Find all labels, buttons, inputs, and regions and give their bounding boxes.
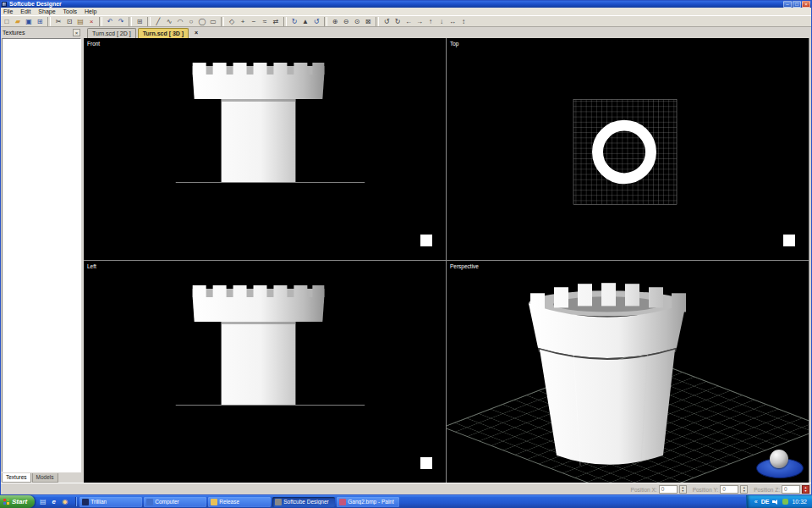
texture-list[interactable] <box>2 38 81 472</box>
tray-app-icon[interactable] <box>782 499 788 505</box>
extrude-button[interactable]: ▲ <box>300 17 310 26</box>
taskbar-button-release[interactable]: Release <box>208 497 271 507</box>
panel-close-icon[interactable]: × <box>73 29 80 36</box>
draw-circle-button[interactable]: ○ <box>186 17 196 26</box>
smooth-curve-button[interactable]: ≈ <box>260 17 270 26</box>
viewport-left-handle[interactable] <box>420 457 432 469</box>
zoom-out-button[interactable]: ⊖ <box>341 17 351 26</box>
textures-panel-header: Textures × <box>0 27 83 38</box>
quicklaunch-show-desktop[interactable]: ▤ <box>38 497 47 506</box>
language-indicator[interactable]: DE <box>761 499 770 505</box>
position-z-input[interactable]: 0 <box>782 485 800 494</box>
redo-button[interactable]: ↷ <box>116 17 126 26</box>
viewport-front[interactable]: Front <box>84 38 446 260</box>
quicklaunch-internet-explorer[interactable]: e <box>49 497 58 506</box>
start-button[interactable]: Start <box>0 495 35 508</box>
delete-button[interactable]: × <box>86 17 96 26</box>
toolbar-separator <box>47 17 51 26</box>
tab-close-icon[interactable]: × <box>192 29 200 37</box>
undo-button[interactable]: ↶ <box>105 17 115 26</box>
position-x-spinner[interactable]: ▴▾ <box>679 485 687 494</box>
save-all-button[interactable]: ⊞ <box>35 17 45 26</box>
tab-turn-2d[interactable]: Turn.scd [ 2D ] <box>87 28 136 38</box>
taskbar-button-trillian[interactable]: Trillian <box>80 497 142 507</box>
close-button[interactable]: × <box>802 1 810 8</box>
taskbar-button-paint[interactable]: Gang2.bmp - Paint <box>337 497 399 507</box>
twist-button[interactable]: ↺ <box>311 17 321 26</box>
app-icon <box>2 2 7 7</box>
flip-horizontal-button[interactable]: ↔ <box>447 17 458 26</box>
tab-models[interactable]: Models <box>32 473 58 483</box>
viewport-top-label: Top <box>450 41 458 47</box>
viewport-perspective-label: Perspective <box>450 263 479 269</box>
position-y-input[interactable]: 0 <box>720 485 738 494</box>
zoom-region-button[interactable]: ⊠ <box>363 17 373 26</box>
move-right-button[interactable]: → <box>414 17 425 26</box>
draw-polyline-button[interactable]: ∿ <box>164 17 174 26</box>
move-left-button[interactable]: ← <box>403 17 414 26</box>
paste-button[interactable]: ▤ <box>75 17 85 26</box>
position-x-input[interactable]: 0 <box>659 485 678 494</box>
copy-button[interactable]: ⊡ <box>64 17 74 26</box>
viewport-top-handle[interactable] <box>783 235 795 246</box>
minimize-button[interactable]: – <box>783 1 792 8</box>
viewport-left[interactable]: Left <box>84 261 446 483</box>
draw-rectangle-button[interactable]: ▭ <box>208 17 218 26</box>
flip-vertical-button[interactable]: ↕ <box>458 17 469 26</box>
menu-tools[interactable]: Tools <box>63 8 77 16</box>
draw-arc-button[interactable]: ◠ <box>175 17 185 26</box>
zoom-in-button[interactable]: ⊕ <box>330 17 340 26</box>
move-down-button[interactable]: ↓ <box>436 17 447 26</box>
window-title: Softcube Designer <box>9 0 781 8</box>
left-view-render <box>84 261 446 483</box>
position-z-spinner[interactable]: ▴▾ <box>802 485 809 494</box>
start-button-label: Start <box>12 498 27 505</box>
taskbar-button-label: Softcube Designer <box>283 499 328 505</box>
toolbar-separator <box>147 17 151 26</box>
menu-edit[interactable]: Edit <box>20 8 30 16</box>
grid-toggle-button[interactable]: ⊞ <box>134 17 145 26</box>
tab-turn-3d[interactable]: Turn.scd [ 3D ] <box>138 28 189 38</box>
open-file-button[interactable]: ▰ <box>13 17 23 26</box>
maximize-button[interactable]: □ <box>793 1 801 8</box>
toolbar-separator <box>376 17 379 26</box>
cut-button[interactable]: ✂ <box>53 17 63 26</box>
orientation-widget[interactable] <box>756 450 804 478</box>
softcube-designer-window: Softcube Designer – □ × File Edit Shape … <box>0 0 812 508</box>
zoom-fit-button[interactable]: ⊙ <box>352 17 362 26</box>
edit-points-button[interactable]: ◇ <box>227 17 237 26</box>
menu-file[interactable]: File <box>3 8 13 16</box>
toolbar-separator <box>99 17 102 26</box>
viewport-perspective[interactable]: Perspective <box>447 261 809 483</box>
mirror-button[interactable]: ⇄ <box>271 17 281 26</box>
volume-icon[interactable] <box>772 499 779 505</box>
move-up-button[interactable]: ↑ <box>425 17 436 26</box>
menu-help[interactable]: Help <box>85 8 96 16</box>
draw-ellipse-button[interactable]: ◯ <box>197 17 207 26</box>
taskbar-button-label: Computer <box>155 499 179 505</box>
viewport-top[interactable]: Top <box>447 38 809 260</box>
save-button[interactable]: ▣ <box>24 17 34 26</box>
remove-point-button[interactable]: − <box>249 17 259 26</box>
quicklaunch-media-player[interactable]: ◉ <box>60 497 69 506</box>
viewport-front-handle[interactable] <box>420 235 432 246</box>
toolbar: □ ▰ ▣ ⊞ ✂ ⊡ ▤ × ↶ ↷ ⊞ ╱ <box>0 16 812 27</box>
revolve-button[interactable]: ↻ <box>289 17 299 26</box>
taskbar-button-computer[interactable]: Computer <box>144 497 206 507</box>
position-z-field: Position Z: 0 ▴▾ <box>754 485 809 494</box>
add-point-button[interactable]: + <box>238 17 248 26</box>
orientation-ball-icon <box>770 450 788 468</box>
menu-bar: File Edit Shape Tools Help <box>0 8 812 16</box>
tab-textures[interactable]: Textures <box>2 473 31 483</box>
new-file-button[interactable]: □ <box>2 17 12 26</box>
menu-shape[interactable]: Shape <box>38 8 55 16</box>
taskbar-button-softcube-designer[interactable]: Softcube Designer <box>272 497 335 507</box>
tray-chevron-icon[interactable]: « <box>754 495 758 508</box>
toolbar-separator <box>129 17 132 26</box>
top-view-render <box>447 38 809 260</box>
taskbar-button-label: Release <box>219 499 239 505</box>
rotate-left-button[interactable]: ↺ <box>381 17 392 26</box>
rotate-right-button[interactable]: ↻ <box>392 17 403 26</box>
position-y-spinner[interactable]: ▴▾ <box>740 485 748 494</box>
draw-line-button[interactable]: ╱ <box>153 17 163 26</box>
